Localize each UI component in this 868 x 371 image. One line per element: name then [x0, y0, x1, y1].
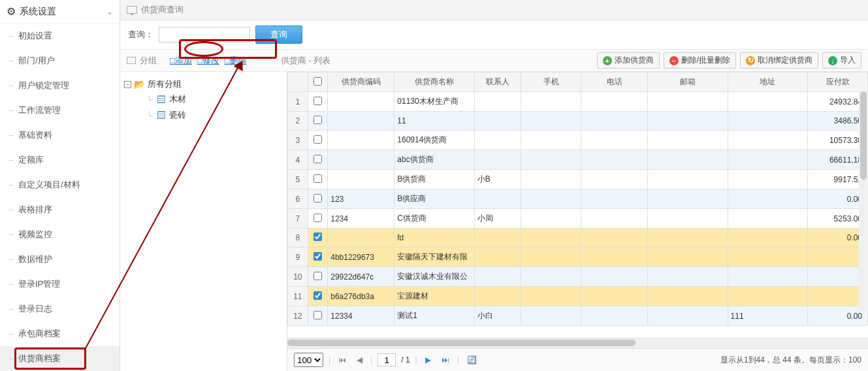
sidebar-item-2[interactable]: 用户锁定管理: [0, 73, 120, 98]
table-row[interactable]: 1212334测试1小白1110.00: [288, 306, 868, 326]
prev-page-button[interactable]: ◀: [354, 355, 365, 364]
row-checkbox[interactable]: [313, 155, 322, 163]
table-area: 供货商编码 供货商名称 联系人 手机 电话 邮箱 地址 应付款 101130木材…: [287, 72, 868, 371]
sidebar-header[interactable]: ⚙ 系统设置 ⌄: [0, 0, 120, 24]
table-row[interactable]: 11b6a276db3a宝源建材: [288, 287, 868, 306]
tree-toggle-icon[interactable]: −: [124, 81, 131, 88]
page-title: 供货商查询: [141, 4, 184, 16]
th-address[interactable]: 地址: [728, 73, 807, 92]
th-payable[interactable]: 应付款: [808, 73, 868, 92]
sidebar-item-10[interactable]: 登录IP管理: [0, 272, 120, 297]
cell-name: B供货商: [394, 170, 474, 189]
tree-child-1[interactable]: └瓷砖: [146, 107, 283, 123]
row-checkbox[interactable]: [313, 214, 322, 222]
list-actions: +添加供货商 –删除/批量删除 ↻取消绑定供货商 ↓导入: [597, 52, 861, 69]
last-page-button[interactable]: ⏭: [439, 355, 452, 364]
search-button[interactable]: 查询: [255, 25, 302, 44]
sidebar-item-9[interactable]: 数据维护: [0, 247, 120, 272]
row-checkbox[interactable]: [313, 97, 322, 105]
table-row[interactable]: 3160914供货商10573.38: [288, 131, 868, 150]
cell-mobile: [521, 189, 581, 209]
grid-wrap[interactable]: 供货商编码 供货商名称 联系人 手机 电话 邮箱 地址 应付款 101130木材…: [287, 72, 868, 338]
row-checkbox[interactable]: [313, 291, 322, 300]
row-checkbox[interactable]: [313, 194, 322, 202]
cell-contact: [474, 92, 521, 112]
sidebar-title: 系统设置: [20, 6, 56, 18]
row-checkbox[interactable]: [313, 174, 322, 183]
row-checkbox[interactable]: [313, 252, 322, 261]
table-row[interactable]: 2113486.50: [288, 112, 868, 131]
pager: 100 | ⏮ ◀ | / 1 | ▶ ⏭ | 🔄 显示从1到44，总 44 条…: [287, 348, 868, 371]
main: 供货商查询 查询： 查询 分组 □添加 □修改 □删除 供货商 - 列表 +添加…: [120, 0, 868, 371]
sidebar-item-12[interactable]: 承包商档案: [0, 321, 120, 346]
unbind-supplier-button[interactable]: ↻取消绑定供货商: [740, 52, 818, 69]
row-checkbox[interactable]: [313, 233, 322, 241]
sidebar-item-13[interactable]: 供货商档案: [0, 346, 120, 371]
group-add-link[interactable]: □添加: [170, 55, 192, 67]
monitor-icon: [127, 57, 136, 64]
row-checkbox[interactable]: [313, 135, 322, 144]
sidebar-item-3[interactable]: 工作流管理: [0, 98, 120, 123]
next-page-button[interactable]: ▶: [423, 355, 434, 364]
group-del-link[interactable]: □删除: [225, 55, 247, 67]
cell-contact: 小B: [474, 170, 521, 189]
vertical-scrollbar[interactable]: [859, 91, 868, 312]
table-row[interactable]: 5B供货商小B9917.51: [288, 170, 868, 189]
sidebar-item-5[interactable]: 定额库: [0, 148, 120, 172]
cell-phone: [581, 131, 648, 150]
add-supplier-button[interactable]: +添加供货商: [597, 52, 660, 69]
table-row[interactable]: 1029922d647c安徽汉诚木业有限公: [288, 267, 868, 287]
sidebar-item-6[interactable]: 自定义项目/材料: [0, 172, 120, 197]
th-code[interactable]: 供货商编码: [328, 73, 394, 92]
sidebar-item-4[interactable]: 基础资料: [0, 123, 120, 148]
row-checkbox[interactable]: [313, 272, 322, 280]
th-phone[interactable]: 电话: [581, 73, 648, 92]
table-row[interactable]: 6123B供应商0.00: [288, 189, 868, 209]
sidebar-item-0[interactable]: 初始设置: [0, 24, 120, 48]
cell-rownum: 6: [288, 189, 308, 209]
cell-name: C供货商: [394, 209, 474, 229]
cell-code: 4bb1229673: [328, 248, 394, 267]
table-row[interactable]: 71234C供货商小周5253.00: [288, 209, 868, 229]
first-page-button[interactable]: ⏮: [336, 355, 349, 364]
cell-phone: [581, 112, 648, 131]
sidebar-item-7[interactable]: 表格排序: [0, 197, 120, 222]
sidebar-item-1[interactable]: 部门/用户: [0, 48, 120, 73]
tree-child-0[interactable]: └木材: [146, 91, 283, 107]
page-input[interactable]: [378, 353, 396, 366]
sidebar-item-8[interactable]: 视频监控: [0, 222, 120, 247]
page-size-select[interactable]: 100: [294, 353, 323, 367]
import-button[interactable]: ↓导入: [822, 52, 861, 69]
refresh-button[interactable]: 🔄: [464, 355, 479, 364]
tree-root[interactable]: − 📂 所有分组: [124, 77, 283, 91]
select-all-checkbox[interactable]: [313, 77, 322, 86]
horizontal-scrollbar[interactable]: [287, 338, 868, 348]
tree-child-label: 木材: [169, 93, 186, 105]
cell-email: [648, 150, 728, 170]
row-checkbox[interactable]: [313, 311, 322, 319]
sidebar: ⚙ 系统设置 ⌄ 初始设置部门/用户用户锁定管理工作流管理基础资料定额库自定义项…: [0, 0, 120, 371]
th-name[interactable]: 供货商名称: [394, 73, 474, 92]
row-checkbox[interactable]: [313, 116, 322, 124]
th-mobile[interactable]: 手机: [521, 73, 581, 92]
search-input[interactable]: [159, 27, 250, 42]
delete-supplier-button[interactable]: –删除/批量删除: [664, 52, 736, 69]
cell-contact: [474, 131, 521, 150]
table-row[interactable]: 4abc供货商66611.18: [288, 150, 868, 170]
chevron-down-icon: ⌄: [106, 7, 113, 16]
cell-email: [648, 209, 728, 229]
sidebar-item-11[interactable]: 登录日志: [0, 297, 120, 321]
cell-rownum: 4: [288, 150, 308, 170]
group-edit-link[interactable]: □修改: [197, 55, 219, 67]
th-email[interactable]: 邮箱: [648, 73, 728, 92]
table-row[interactable]: 8fd0.00: [288, 229, 868, 248]
search-bar: 查询： 查询: [120, 20, 868, 49]
cell-checkbox: [308, 92, 328, 112]
folder-icon: 📂: [134, 79, 145, 89]
table-row[interactable]: 94bb1229673安徽隔天下建材有限: [288, 248, 868, 267]
table-row[interactable]: 101130木材生产商24932.84: [288, 92, 868, 112]
cell-mobile: [521, 150, 581, 170]
cell-rownum: 2: [288, 112, 308, 131]
th-contact[interactable]: 联系人: [474, 73, 521, 92]
cell-mobile: [521, 229, 581, 248]
